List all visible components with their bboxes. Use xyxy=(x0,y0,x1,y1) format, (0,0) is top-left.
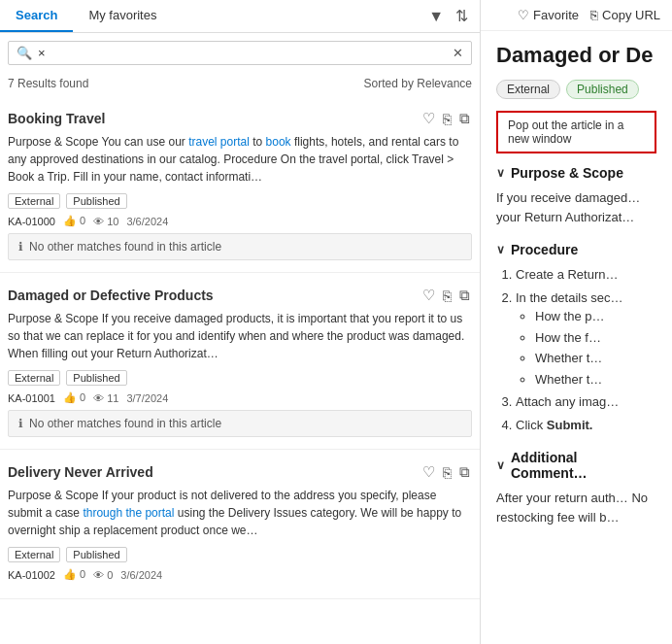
right-panel: ♡ Favorite ⎘ Copy URL Damaged or De Exte… xyxy=(481,0,672,644)
badge-external: External xyxy=(8,193,60,209)
right-header: ♡ Favorite ⎘ Copy URL xyxy=(481,0,672,31)
list-item: Whether t… xyxy=(535,349,656,368)
article-meta: KA-01001 👍 0 👁 11 3/7/2024 xyxy=(8,391,472,404)
article-date: 3/7/2024 xyxy=(126,392,168,404)
chevron-down-icon[interactable]: ∨ xyxy=(496,243,505,256)
section-additional: ∨ Additional Comment… After your return … xyxy=(496,450,656,526)
open-article-button[interactable]: ⧉ xyxy=(457,461,472,483)
section-text: After your return auth… No restocking fe… xyxy=(496,491,648,525)
section-purpose: ∨ Purpose & Scope If you receive damaged… xyxy=(496,165,656,226)
list-item: Booking Travel ♡ ⎘ ⧉ Purpose & Scope You… xyxy=(0,96,480,273)
favorite-label: Favorite xyxy=(533,8,579,22)
article-actions: ♡ ⎘ ⧉ xyxy=(420,285,472,306)
no-matches-text: No other matches found in this article xyxy=(29,240,221,254)
left-panel: Search My favorites ▼ ⇅ 🔍 ✕ 7 Results fo… xyxy=(0,0,481,644)
article-likes: 👍 0 xyxy=(63,215,85,227)
section-content: After your return auth… No restocking fe… xyxy=(496,489,656,526)
favorite-button[interactable]: ♡ Favorite xyxy=(518,8,579,22)
tag-published[interactable]: Published xyxy=(566,80,639,99)
article-date: 3/6/2024 xyxy=(120,569,162,581)
search-input[interactable] xyxy=(38,46,453,60)
article-actions: ♡ ⎘ ⧉ xyxy=(420,108,472,129)
pop-out-banner[interactable]: Pop out the article in a new window xyxy=(496,111,656,153)
article-excerpt: Purpose & Scope If you receive damaged p… xyxy=(8,310,472,362)
article-meta: KA-01000 👍 0 👁 10 3/6/2024 xyxy=(8,215,472,227)
list-item: How the p… xyxy=(535,307,656,326)
tab-search[interactable]: Search xyxy=(0,0,73,32)
list-item: Whether t… xyxy=(535,370,656,390)
copy-url-label: Copy URL xyxy=(602,8,660,22)
article-excerpt: Purpose & Scope You can use our travel p… xyxy=(8,133,472,186)
copy-article-button[interactable]: ⎘ xyxy=(441,286,454,306)
badge-external: External xyxy=(8,547,60,562)
heart-icon: ♡ xyxy=(518,8,529,22)
favorite-article-button[interactable]: ♡ xyxy=(420,108,437,129)
section-content: If you receive damaged… your Return Auth… xyxy=(496,188,656,226)
search-icon: 🔍 xyxy=(17,46,32,60)
list-item: Delivery Never Arrived ♡ ⎘ ⧉ Purpose & S… xyxy=(0,450,480,599)
no-matches-text: No other matches found in this article xyxy=(29,417,221,430)
info-icon: ℹ xyxy=(18,417,23,430)
list-item: How the f… xyxy=(535,328,656,348)
list-item: Click Submit. xyxy=(516,416,656,435)
favorite-article-button[interactable]: ♡ xyxy=(420,461,437,483)
copy-url-button[interactable]: ⎘ Copy URL xyxy=(590,8,660,22)
article-title[interactable]: Damaged or Defective Products xyxy=(8,288,214,303)
section-procedure: ∨ Procedure Create a Return… In the deta… xyxy=(496,242,656,434)
section-header: ∨ Purpose & Scope xyxy=(496,165,656,181)
chevron-down-icon[interactable]: ∨ xyxy=(496,458,505,472)
article-title[interactable]: Delivery Never Arrived xyxy=(8,464,153,480)
article-views: 👁 0 xyxy=(93,569,113,581)
article-badges: External Published xyxy=(8,370,472,386)
results-bar: 7 Results found Sorted by Relevance xyxy=(0,73,480,96)
copy-url-icon: ⎘ xyxy=(590,8,598,22)
search-bar: 🔍 ✕ xyxy=(8,41,472,65)
badge-published: Published xyxy=(66,547,126,562)
section-title: Purpose & Scope xyxy=(511,165,623,181)
tabs-bar: Search My favorites ▼ ⇅ xyxy=(0,0,480,33)
article-id: KA-01002 xyxy=(8,569,55,581)
section-header: ∨ Procedure xyxy=(496,242,656,257)
tab-favorites[interactable]: My favorites xyxy=(73,0,172,32)
article-view-tags: External Published xyxy=(496,80,656,99)
section-title: Additional Comment… xyxy=(511,450,656,481)
copy-article-button[interactable]: ⎘ xyxy=(441,109,454,129)
no-matches-banner: ℹ No other matches found in this article xyxy=(8,410,472,437)
no-matches-banner: ℹ No other matches found in this article xyxy=(8,233,472,260)
article-id: KA-01000 xyxy=(8,216,55,227)
badge-published: Published xyxy=(66,370,126,386)
open-article-button[interactable]: ⧉ xyxy=(457,285,472,306)
chevron-down-icon[interactable]: ∨ xyxy=(496,166,505,180)
section-content: Create a Return… In the details sec… How… xyxy=(496,265,656,434)
article-id: KA-01001 xyxy=(8,392,55,404)
article-title[interactable]: Booking Travel xyxy=(8,111,105,126)
list-item: Create a Return… xyxy=(516,265,656,285)
section-header: ∨ Additional Comment… xyxy=(496,450,656,481)
sort-icon[interactable]: ⇅ xyxy=(452,3,472,29)
tag-external[interactable]: External xyxy=(496,80,560,99)
clear-icon[interactable]: ✕ xyxy=(453,46,463,60)
copy-article-button[interactable]: ⎘ xyxy=(441,462,454,483)
article-badges: External Published xyxy=(8,193,472,209)
articles-list: Booking Travel ♡ ⎘ ⧉ Purpose & Scope You… xyxy=(0,96,480,644)
favorite-article-button[interactable]: ♡ xyxy=(420,285,437,306)
article-header: Delivery Never Arrived ♡ ⎘ ⧉ xyxy=(8,461,472,483)
info-icon: ℹ xyxy=(18,240,23,254)
results-sort: Sorted by Relevance xyxy=(364,77,472,90)
article-view-title: Damaged or De xyxy=(496,43,656,68)
list-item-text: In the details sec… xyxy=(516,290,623,305)
open-article-button[interactable]: ⧉ xyxy=(457,108,472,129)
article-likes: 👍 0 xyxy=(63,391,85,404)
article-likes: 👍 0 xyxy=(63,568,85,581)
article-views: 👁 11 xyxy=(93,392,118,404)
article-date: 3/6/2024 xyxy=(126,216,168,227)
filter-icon[interactable]: ▼ xyxy=(424,4,448,29)
article-header: Damaged or Defective Products ♡ ⎘ ⧉ xyxy=(8,285,472,306)
results-count: 7 Results found xyxy=(8,77,88,90)
list-item: Attach any imag… xyxy=(516,392,656,412)
article-actions: ♡ ⎘ ⧉ xyxy=(420,461,472,483)
section-text: If you receive damaged… your Return Auth… xyxy=(496,190,640,224)
tab-actions: ▼ ⇅ xyxy=(424,0,480,32)
article-excerpt: Purpose & Scope If your product is not d… xyxy=(8,487,472,539)
article-header: Booking Travel ♡ ⎘ ⧉ xyxy=(8,108,472,129)
